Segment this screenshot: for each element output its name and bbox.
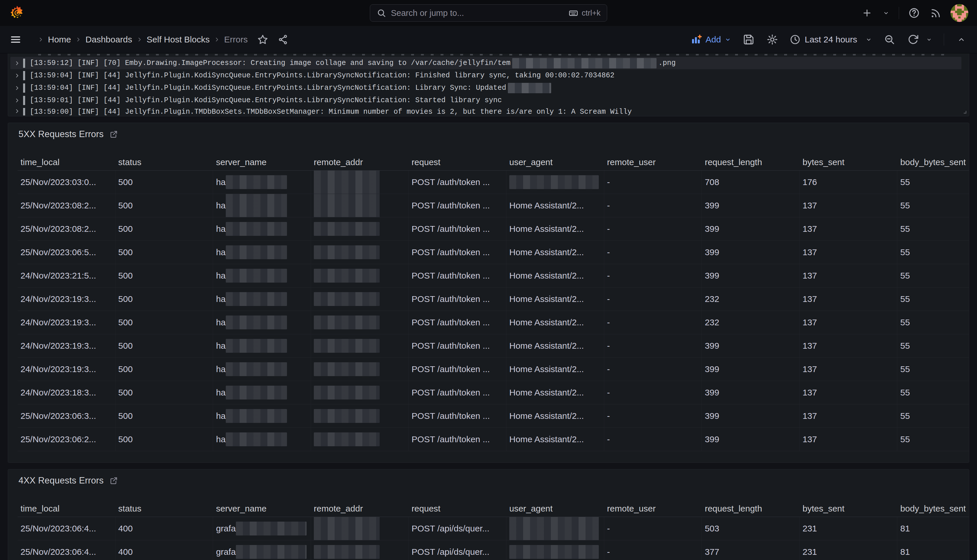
- table-cell: 399: [702, 381, 800, 404]
- user-avatar[interactable]: [950, 4, 968, 22]
- table-cell: 500: [115, 217, 213, 240]
- dashboard-settings-button[interactable]: [766, 33, 779, 46]
- log-row[interactable]: [13:59:00] [INF] [44] Jellyfin.Plugin.TM…: [10, 107, 961, 115]
- top-navigation-bar: Search or jump to... ctrl+k: [0, 0, 977, 26]
- table-row[interactable]: 24/Nov/2023:19:3... 500 ha POST /auth/to…: [18, 334, 969, 358]
- breadcrumb-link[interactable]: Dashboards: [85, 35, 132, 45]
- search-input[interactable]: Search or jump to... ctrl+k: [370, 4, 607, 22]
- column-header[interactable]: user_agent: [507, 157, 604, 167]
- log-message-text: [13:59:00] [INF] [44] Jellyfin.Plugin.TM…: [30, 108, 632, 116]
- breadcrumb-link[interactable]: Home: [48, 35, 71, 45]
- cell-text: Home Assistant/2...: [509, 411, 584, 421]
- panel-header[interactable]: 5XX Requests Errors: [8, 123, 969, 141]
- cell-text: 55: [900, 318, 910, 327]
- cell-text: -: [607, 364, 610, 374]
- table-row[interactable]: 24/Nov/2023:18:3... 500 ha POST /auth/to…: [18, 381, 969, 404]
- redacted-blur: [314, 362, 380, 376]
- add-panel-button[interactable]: Add: [690, 34, 731, 45]
- table-row[interactable]: 25/Nov/2023:08:2... 500 ha POST /auth/to…: [18, 194, 969, 217]
- collapse-toolbar-button[interactable]: [955, 33, 968, 46]
- table-cell: 399: [702, 241, 800, 264]
- column-header[interactable]: body_bytes_sent: [897, 504, 969, 513]
- save-dashboard-button[interactable]: [742, 33, 755, 46]
- column-header[interactable]: server_name: [213, 157, 311, 167]
- column-header[interactable]: server_name: [213, 504, 311, 513]
- panel-header[interactable]: 4XX Requests Errors: [8, 469, 969, 487]
- column-header[interactable]: bytes_sent: [800, 157, 898, 167]
- column-header[interactable]: user_agent: [507, 504, 604, 513]
- mega-menu-toggle[interactable]: [9, 33, 22, 46]
- log-row[interactable]: [13:59:04] [INF] [44] Jellyfin.Plugin.Ko…: [10, 82, 961, 94]
- table-row[interactable]: 24/Nov/2023:21:5... 500 ha POST /auth/to…: [18, 264, 969, 288]
- breadcrumb-link[interactable]: Self Host Blocks: [147, 35, 210, 45]
- table-cell: -: [604, 171, 702, 194]
- table-row[interactable]: 25/Nov/2023:08:2... 500 ha POST /auth/to…: [18, 217, 969, 241]
- column-header[interactable]: body_bytes_sent: [897, 157, 969, 167]
- column-header[interactable]: time_local: [18, 504, 115, 513]
- table-body: 25/Nov/2023:03:0... 500 ha POST /auth/to…: [18, 171, 969, 451]
- log-row[interactable]: [13:59:12] [INF] [70] Emby.Drawing.Image…: [10, 57, 961, 69]
- log-row[interactable]: [13:59:01] [INF] [44] Jellyfin.Plugin.Ko…: [10, 94, 961, 107]
- table-cell: -: [604, 381, 702, 404]
- table-cell: 24/Nov/2023:21:5...: [18, 264, 115, 287]
- new-menu-toggle[interactable]: [882, 7, 890, 19]
- table-cell: -: [604, 540, 702, 560]
- column-header[interactable]: status: [115, 504, 213, 513]
- news-button[interactable]: [929, 7, 942, 19]
- table-row[interactable]: 25/Nov/2023:06:2... 500 ha POST /auth/to…: [18, 428, 969, 451]
- column-header[interactable]: remote_user: [604, 157, 702, 167]
- cell-text: 500: [118, 341, 133, 351]
- column-header[interactable]: bytes_sent: [800, 504, 898, 513]
- table-cell: 24/Nov/2023:19:3...: [18, 358, 115, 381]
- share-button[interactable]: [277, 33, 289, 46]
- search-placeholder: Search or jump to...: [391, 8, 464, 18]
- grafana-logo[interactable]: [9, 5, 25, 22]
- clock-icon: [790, 34, 800, 45]
- column-header[interactable]: remote_user: [604, 504, 702, 513]
- table-row[interactable]: 25/Nov/2023:03:0... 500 ha POST /auth/to…: [18, 171, 969, 194]
- column-header[interactable]: status: [115, 157, 213, 167]
- breadcrumb-link[interactable]: Errors: [224, 35, 248, 45]
- table-row[interactable]: 24/Nov/2023:19:3... 500 ha POST /auth/to…: [18, 358, 969, 381]
- table-row[interactable]: 24/Nov/2023:19:3... 500 ha POST /auth/to…: [18, 311, 969, 334]
- column-header[interactable]: request: [408, 504, 507, 513]
- redacted-blur: [226, 386, 287, 400]
- table-cell: 377: [702, 540, 800, 560]
- new-button[interactable]: [861, 7, 874, 19]
- zoom-out-time-button[interactable]: [883, 33, 896, 46]
- redacted-blur: [509, 517, 599, 540]
- log-message-text: [13:59:04] [INF] [44] Jellyfin.Plugin.Ko…: [30, 84, 506, 92]
- cell-text: 500: [118, 388, 133, 397]
- log-row[interactable]: [13:59:04] [INF] [44] Jellyfin.Plugin.Ko…: [10, 69, 961, 82]
- clipped-log-line: [38, 53, 949, 57]
- panel-resize-handle[interactable]: [962, 109, 967, 114]
- column-header[interactable]: remote_addr: [311, 157, 409, 167]
- table-cell: 55: [897, 217, 969, 240]
- cell-text: 232: [705, 294, 719, 304]
- table-row[interactable]: 25/Nov/2023:06:3... 500 ha POST /auth/to…: [18, 404, 969, 428]
- column-header[interactable]: remote_addr: [311, 504, 409, 513]
- cell-text: POST /api/ds/quer...: [412, 523, 489, 533]
- cell-text: -: [607, 435, 610, 444]
- table-cell: POST /api/ds/quer...: [408, 517, 507, 540]
- table-row[interactable]: 25/Nov/2023:06:5... 500 ha POST /auth/to…: [18, 241, 969, 264]
- redacted-blur: [314, 292, 380, 306]
- external-link-icon[interactable]: [109, 476, 118, 485]
- column-header[interactable]: time_local: [18, 157, 115, 167]
- column-header[interactable]: request_length: [702, 157, 800, 167]
- favorite-button[interactable]: [257, 33, 269, 46]
- external-link-icon[interactable]: [109, 130, 118, 138]
- column-header[interactable]: request_length: [702, 504, 800, 513]
- refresh-interval-toggle[interactable]: [925, 33, 933, 46]
- cell-text: 55: [900, 411, 910, 421]
- topbar-right-zone: [607, 4, 968, 22]
- table-row[interactable]: 25/Nov/2023:06:4... 400 grafa POST /api/…: [18, 517, 969, 540]
- table-row[interactable]: 24/Nov/2023:19:3... 500 ha POST /auth/to…: [18, 288, 969, 311]
- table-row[interactable]: 25/Nov/2023:06:4... 400 grafa POST /api/…: [18, 540, 969, 560]
- column-header[interactable]: request: [408, 157, 507, 167]
- table-cell: POST /auth/token ...: [408, 171, 507, 194]
- help-button[interactable]: [908, 7, 920, 19]
- time-range-picker[interactable]: Last 24 hours: [790, 34, 872, 45]
- redacted-blur: [512, 58, 657, 68]
- refresh-button[interactable]: [907, 33, 920, 46]
